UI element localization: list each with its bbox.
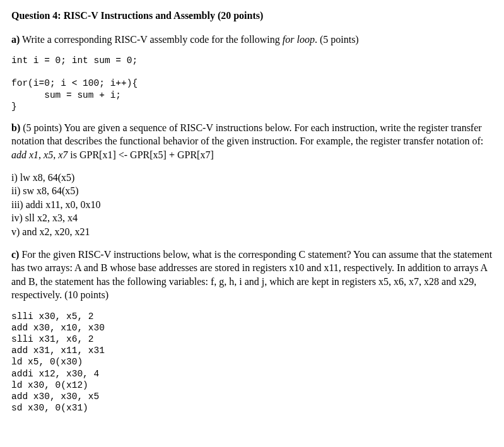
part-b-item-5: v) and x2, x20, x21 — [11, 225, 493, 239]
part-a-text1: Write a corresponding RISC-V assembly co… — [20, 34, 282, 45]
part-a-label: a) — [11, 34, 20, 45]
part-b-italic: add x1, x5, x7 — [11, 149, 67, 160]
question-title: Question 4: RISC-V Instructions and Asse… — [11, 9, 493, 23]
part-a-code: int i = 0; int sum = 0; for(i=0; i < 100… — [11, 55, 493, 112]
part-a-italic: for loop — [283, 34, 315, 45]
part-c-prompt: c) For the given RISC-V instructions bel… — [11, 248, 493, 302]
part-b-text1: (5 points) You are given a sequence of R… — [11, 122, 483, 147]
part-b-item-2: ii) sw x8, 64(x5) — [11, 184, 493, 198]
part-a-text2: . (5 points) — [315, 34, 359, 45]
part-c-text: For the given RISC-V instructions below,… — [11, 249, 492, 301]
part-b-text2: is GPR[x1] <- GPR[x5] + GPR[x7] — [67, 149, 213, 160]
part-c-label: c) — [11, 249, 19, 260]
part-a-prompt: a) Write a corresponding RISC-V assembly… — [11, 33, 493, 47]
part-b-item-3: iii) addi x11, x0, 0x10 — [11, 198, 493, 212]
part-b-items: i) lw x8, 64(x5) ii) sw x8, 64(x5) iii) … — [11, 171, 493, 239]
part-b-item-4: iv) sll x2, x3, x4 — [11, 211, 493, 225]
part-c-code: slli x30, x5, 2 add x30, x10, x30 slli x… — [11, 311, 493, 414]
part-b-label: b) — [11, 122, 20, 133]
part-b-prompt: b) (5 points) You are given a sequence o… — [11, 121, 493, 162]
part-b-item-1: i) lw x8, 64(x5) — [11, 171, 493, 185]
